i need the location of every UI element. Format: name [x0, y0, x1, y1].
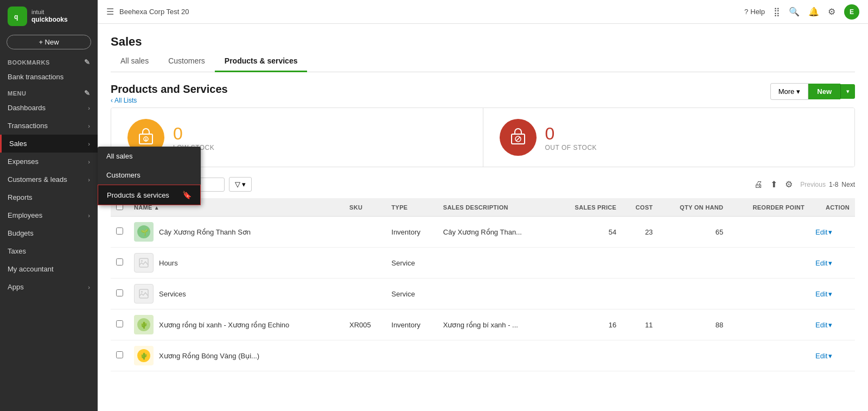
filter-button[interactable]: ▽ ▾ — [229, 177, 252, 192]
edit-button-5[interactable]: Edit ▾ — [815, 352, 850, 360]
chevron-icon: › — [88, 212, 90, 219]
product-name-cell: 🌵 Xương Rồng Bóng Vàng (Bụi...) — [134, 346, 339, 365]
product-qty-on-hand: 65 — [658, 217, 729, 248]
product-type: Service — [386, 248, 438, 279]
product-sales-description — [438, 340, 554, 371]
product-cost — [622, 248, 658, 279]
new-product-split-button[interactable]: ▾ — [840, 84, 855, 99]
export-icon[interactable]: ⬆ — [770, 179, 777, 189]
svg-point-12 — [141, 291, 143, 293]
bookmarks-edit-icon[interactable]: ✎ — [84, 58, 91, 66]
user-avatar[interactable]: E — [844, 4, 859, 20]
product-type: Inventory — [386, 309, 438, 340]
product-sales-price — [554, 340, 622, 371]
col-qty-on-hand[interactable]: QTY ON HAND — [658, 198, 729, 217]
ps-title: Products and Services — [111, 83, 228, 96]
product-reorder-point — [729, 248, 810, 279]
table-row: 🌵 Xương Rồng Bóng Vàng (Bụi...)Edit ▾ — [111, 340, 855, 371]
all-lists-link[interactable]: All Lists — [111, 97, 228, 104]
sidebar-item-expenses[interactable]: Expenses › — [0, 153, 98, 170]
product-action[interactable]: Edit ▾ — [810, 248, 855, 279]
apps-grid-icon[interactable]: ⣿ — [774, 7, 780, 17]
product-name-cell: Hours — [134, 253, 339, 273]
sidebar-item-reports[interactable]: Reports — [0, 188, 98, 206]
sidebar-item-transactions[interactable]: Transactions › — [0, 117, 98, 135]
sidebar-item-taxes[interactable]: Taxes — [0, 242, 98, 260]
row-checkbox-5[interactable] — [116, 351, 123, 358]
product-action[interactable]: Edit ▾ — [810, 340, 855, 371]
col-type[interactable]: TYPE — [386, 198, 438, 217]
edit-button-2[interactable]: Edit ▾ — [815, 259, 850, 267]
product-sku — [344, 279, 386, 309]
svg-line-6 — [516, 137, 520, 141]
product-sales-description — [438, 248, 554, 279]
print-icon[interactable]: 🖨 — [754, 180, 763, 189]
svg-text:🌱: 🌱 — [141, 228, 149, 236]
product-action[interactable]: Edit ▾ — [810, 217, 855, 248]
col-sku[interactable]: SKU — [344, 198, 386, 217]
row-checkbox-3[interactable] — [116, 289, 123, 296]
menu-toggle-icon[interactable]: ☰ — [106, 7, 114, 17]
sidebar-item-employees[interactable]: Employees › — [0, 206, 98, 224]
tab-customers[interactable]: Customers — [158, 51, 215, 72]
edit-button-3[interactable]: Edit ▾ — [815, 290, 850, 298]
edit-dropdown-icon: ▾ — [828, 352, 832, 360]
row-checkbox-1[interactable] — [116, 227, 123, 235]
col-reorder-point[interactable]: REORDER POINT — [729, 198, 810, 217]
topbar-left: ☰ Beehexa Corp Test 20 — [106, 7, 189, 17]
logo-text: intuit quickbooks — [31, 9, 68, 24]
filter-dropdown-icon: ▾ — [242, 180, 246, 188]
settings-table-icon[interactable]: ⚙ — [785, 179, 793, 189]
edit-button-4[interactable]: Edit ▾ — [815, 321, 850, 329]
sidebar-item-apps[interactable]: Apps › — [0, 278, 98, 296]
table-header-row: NAME SKU TYPE SALES DESCRIPTION SALES PR… — [111, 198, 855, 217]
new-button[interactable]: + New — [7, 35, 91, 49]
chevron-icon: › — [88, 176, 90, 183]
product-action[interactable]: Edit ▾ — [810, 279, 855, 309]
dropdown-item-customers[interactable]: Customers — [98, 166, 201, 185]
new-product-button[interactable]: New — [808, 84, 840, 99]
help-circle-icon: ? — [744, 8, 748, 16]
page-content: Sales All sales Customers Products & ser… — [98, 24, 868, 411]
col-sales-description[interactable]: SALES DESCRIPTION — [438, 198, 554, 217]
col-sales-price[interactable]: SALES PRICE — [554, 198, 622, 217]
sidebar-item-dashboards[interactable]: Dashboards › — [0, 99, 98, 117]
dropdown-item-all-sales[interactable]: All sales — [98, 147, 201, 166]
row-checkbox-4[interactable] — [116, 320, 123, 327]
dropdown-item-products-services[interactable]: Products & services 🔖 — [98, 185, 201, 205]
chevron-icon: › — [88, 141, 90, 147]
tab-all-sales[interactable]: All sales — [111, 51, 158, 72]
settings-icon[interactable]: ⚙ — [828, 7, 835, 17]
product-type: Service — [386, 279, 438, 309]
tab-products-services[interactable]: Products & services — [215, 51, 308, 72]
sidebar-item-budgets[interactable]: Budgets — [0, 224, 98, 242]
notification-icon[interactable]: 🔔 — [808, 7, 819, 17]
product-sales-price — [554, 248, 622, 279]
previous-label[interactable]: Previous — [800, 181, 826, 188]
row-checkbox-2[interactable] — [116, 258, 123, 265]
help-button[interactable]: ? Help — [744, 8, 765, 16]
sidebar-item-sales[interactable]: Sales › — [0, 135, 98, 153]
col-cost[interactable]: COST — [622, 198, 658, 217]
menu-edit-icon[interactable]: ✎ — [84, 89, 91, 97]
product-action[interactable]: Edit ▾ — [810, 309, 855, 340]
sidebar-item-customers-leads[interactable]: Customers & leads › — [0, 170, 98, 188]
edit-button-1[interactable]: Edit ▾ — [815, 228, 850, 236]
out-of-stock-label: OUT OF STOCK — [545, 144, 597, 151]
search-icon[interactable]: 🔍 — [789, 7, 800, 17]
product-qty-on-hand — [658, 279, 729, 309]
product-name: Hours — [159, 259, 178, 267]
edit-dropdown-icon: ▾ — [828, 259, 832, 267]
product-name: Cây Xương Rồng Thanh Sơn — [159, 228, 251, 236]
product-cost: 11 — [622, 309, 658, 340]
sidebar-item-my-accountant[interactable]: My accountant — [0, 260, 98, 278]
table-row: 🌵 Xương rồng bí xanh - Xương rồng Echino… — [111, 309, 855, 340]
sidebar-item-bank-transactions[interactable]: Bank transactions — [0, 68, 98, 86]
product-qty-on-hand — [658, 340, 729, 371]
svg-text:🌵: 🌵 — [140, 352, 148, 360]
product-qty-on-hand — [658, 248, 729, 279]
next-label[interactable]: Next — [841, 181, 855, 188]
pagination: Previous 1-8 Next — [800, 181, 855, 188]
more-button[interactable]: More ▾ — [770, 83, 809, 100]
topbar-right: ? Help ⣿ 🔍 🔔 ⚙ E — [744, 4, 859, 20]
